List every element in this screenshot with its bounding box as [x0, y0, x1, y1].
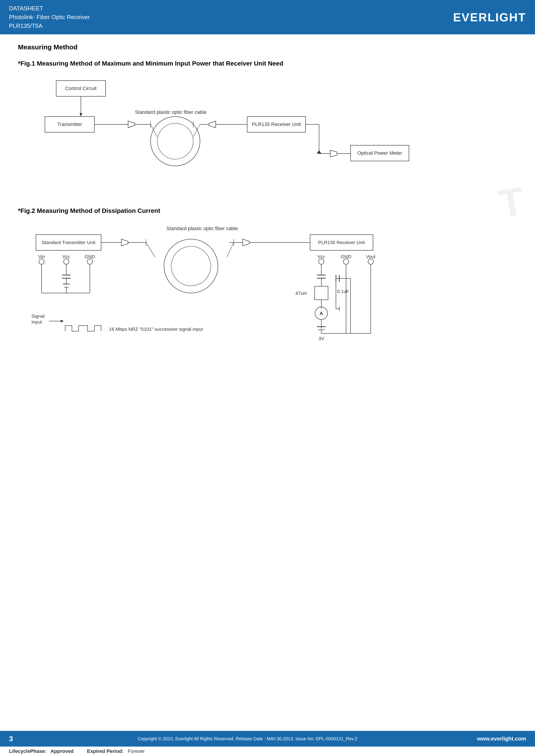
footer-page-number: 3 — [9, 735, 18, 743]
fig1-title: *Fig.1 Measuring Method of Maximum and M… — [18, 60, 517, 67]
fig2-gnd2: GND — [341, 254, 352, 259]
svg-point-29 — [164, 239, 218, 293]
svg-point-49 — [87, 259, 93, 264]
footer-website: www.everlight.com — [477, 736, 526, 742]
svg-line-31 — [146, 242, 155, 257]
header-line1: DATASHEET — [9, 4, 90, 13]
svg-marker-5 — [128, 121, 135, 128]
fig2-std-tx: Standard Transmitter Unit — [42, 240, 95, 245]
fig2-signal-input: Signal — [31, 313, 44, 319]
header-line3: PLR135/T5A — [9, 21, 90, 30]
fig1-diagram: Control Circuit Transmitter Standard pla… — [18, 76, 517, 194]
svg-marker-35 — [243, 239, 249, 246]
section-title: Measuring Method — [18, 43, 517, 51]
fig2-inductor: 47uH — [296, 290, 307, 296]
svg-marker-13 — [317, 150, 321, 153]
svg-point-55 — [319, 259, 324, 264]
fig1-power-meter: Optical Power Meter — [357, 150, 402, 156]
svg-point-74 — [343, 259, 349, 264]
svg-point-77 — [368, 259, 374, 264]
header-line2: Photolink- Fiber Optic Receiver — [9, 13, 90, 21]
fig2-rx: PLR135 Receiver Unit — [318, 240, 365, 245]
company-logo: EVERLIGHT — [453, 11, 526, 24]
fig1-control-circuit: Control Circuit — [65, 86, 97, 91]
svg-point-6 — [151, 117, 200, 166]
fig2-vcc2: Vcc — [317, 254, 325, 259]
header-text: DATASHEET Photolink- Fiber Optic Receive… — [9, 4, 90, 30]
fig2-vin: Vin — [38, 254, 45, 259]
lifecycle-label: LifecyclePhase: Approved — [9, 748, 73, 754]
svg-text:A: A — [320, 310, 323, 316]
fig2-svg: Standard plastic optic fiber cable Stand… — [18, 224, 445, 363]
fig2-title: *Fig.2 Measuring Method of Dissipation C… — [18, 207, 517, 214]
svg-marker-8 — [209, 121, 216, 128]
fig2-vcc1: Vcc — [62, 254, 70, 259]
fig1-receiver: PLR135 Receiver Unit — [252, 122, 301, 127]
svg-marker-2 — [79, 113, 82, 117]
svg-point-30 — [171, 246, 211, 286]
header: DATASHEET Photolink- Fiber Optic Receive… — [0, 0, 535, 34]
svg-marker-15 — [330, 150, 337, 157]
fig2-nrz: 16 Mbps NRZ "0101" successive signal inp… — [109, 327, 203, 332]
svg-text:Input: Input — [31, 319, 42, 324]
svg-point-39 — [39, 259, 44, 264]
fig2-cable-label: Standard plastic optic fiber cable — [166, 226, 238, 231]
fig1-cable-label: Standard plastic optic fiber cable — [135, 109, 207, 115]
svg-rect-60 — [315, 286, 328, 300]
svg-point-41 — [64, 259, 69, 264]
footer-copyright: Copyright © 2010, Everlight All Rights R… — [27, 736, 468, 742]
fig1-svg: Control Circuit Transmitter Standard pla… — [18, 76, 445, 193]
fig2-diagram: Standard plastic optic fiber cable Stand… — [18, 224, 517, 364]
fig2-gnd1: GND — [85, 254, 95, 259]
fig2-voltage: 3V — [318, 336, 324, 341]
fig1-transmitter: Transmitter — [57, 122, 82, 127]
fig2-vout: Vout — [366, 254, 376, 259]
footer: 3 Copyright © 2010, Everlight All Rights… — [0, 731, 535, 756]
main-content: Measuring Method *Fig.1 Measuring Method… — [0, 34, 535, 386]
fig2-capacitor: 0.1uF — [337, 289, 349, 294]
svg-marker-54 — [61, 320, 64, 322]
footer-lifecycle: LifecyclePhase: Approved Expired Period:… — [0, 746, 535, 756]
expired-period: Expired Period: Forever — [87, 748, 145, 754]
footer-main: 3 Copyright © 2010, Everlight All Rights… — [0, 731, 535, 746]
svg-point-7 — [157, 123, 193, 159]
svg-marker-27 — [121, 239, 128, 246]
svg-line-37 — [227, 242, 234, 257]
